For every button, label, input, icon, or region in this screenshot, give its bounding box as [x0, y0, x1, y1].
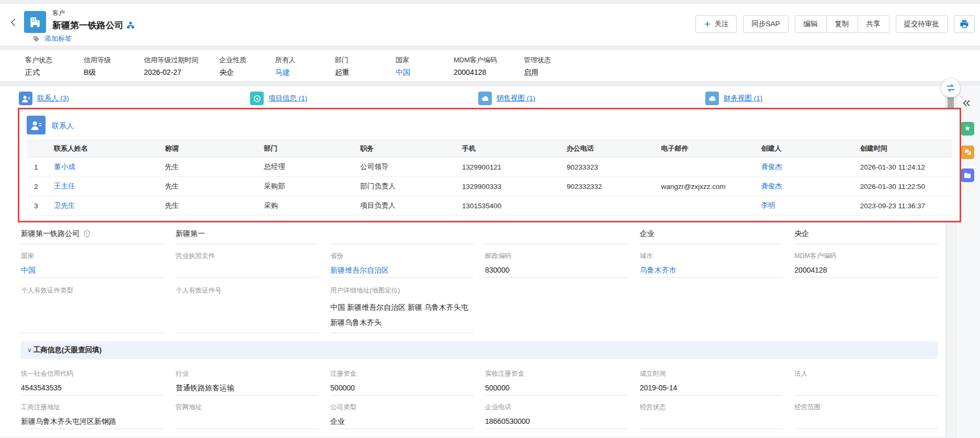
summary-field-country: 国家 中国: [396, 55, 454, 81]
header-actions: 关注 同步SAP 编辑 复制 共享 提交待审批: [695, 15, 975, 33]
field-established-date: 成立时间 2019-05-14: [640, 365, 783, 396]
summary-field-credit-grade: 信用等级 B级: [84, 55, 144, 81]
summary-bar: 客户状态 正式 信用等级 B级 信用等级过期时间 2026-02-27 企业性质…: [0, 49, 980, 82]
add-tag-link[interactable]: 添加标签: [44, 34, 72, 43]
field-business-license: 营业执照文件: [176, 248, 319, 278]
summary-field-mdm-code: MDM客户编码 20004128: [454, 55, 524, 81]
tag-icon: [32, 35, 40, 43]
contact-name-link[interactable]: 卫先生: [51, 196, 162, 216]
summary-field-customer-status: 客户状态 正式: [25, 55, 84, 81]
field-legal-person: 法人: [794, 365, 938, 396]
field-industry: 行业 普通铁路旅客运输: [176, 365, 319, 396]
print-button[interactable]: [954, 15, 975, 33]
page-title: 新疆第一铁路公司: [52, 19, 123, 31]
detail-row-basic: 国家 中国 营业执照文件 省份 新疆维吾尔自治区 邮政编码 830000 城市 …: [21, 248, 938, 278]
edit-button[interactable]: 编辑: [795, 16, 826, 32]
field-province: 省份 新疆维吾尔自治区: [330, 248, 474, 278]
field-postal-code: 邮政编码 830000: [485, 248, 628, 278]
shield-badge-icon: [83, 230, 91, 238]
title-block: 客户 新疆第一铁路公司: [52, 9, 134, 31]
field-country: 国家 中国: [21, 248, 164, 278]
org-chart-icon[interactable]: [127, 21, 134, 29]
field-mdm-code: MDM客户编码 20004128: [794, 248, 938, 278]
field-type-value: 企业: [640, 226, 783, 244]
back-button[interactable]: [8, 17, 20, 29]
field-business-scope: 经营范围: [794, 399, 938, 429]
swap-layout-button[interactable]: [941, 78, 960, 97]
tab-finance-view[interactable]: 财务视图 (1): [705, 92, 762, 105]
field-website: 官网地址: [176, 399, 319, 429]
summary-field-owner: 所有人 马建: [275, 55, 335, 81]
documents-folder-icon[interactable]: [961, 169, 974, 182]
sync-sap-button[interactable]: 同步SAP: [743, 15, 788, 33]
contacts-panel-highlighted: 联系人 联系人姓名 称谓 部门 职务 手机 办公电话 电子邮件 创建人 创建时间…: [18, 108, 961, 222]
plus-icon: [704, 20, 711, 28]
field-empty-value: [330, 226, 474, 244]
creator-link[interactable]: 龚俊杰: [758, 158, 857, 177]
table-row[interactable]: 1 董小成 先生 总经理 公司领导 1329900121 90233323 龚俊…: [27, 158, 952, 177]
field-id-type: 个人有效证件类型: [21, 282, 164, 333]
summary-field-mgmt-status: 管理状态 启用: [524, 55, 587, 81]
target-icon: [250, 92, 264, 105]
submit-approval-button[interactable]: 提交待审批: [896, 15, 948, 33]
customer-building-icon: [24, 11, 46, 33]
field-operating-status: 经营状态: [640, 399, 783, 429]
creator-link[interactable]: 李明: [758, 196, 857, 216]
creator-link[interactable]: 龚俊杰: [758, 177, 857, 196]
chevron-down-icon: ∨: [27, 346, 32, 354]
tab-sales-view[interactable]: 销售视图 (1): [478, 92, 535, 105]
field-registered-capital: 注册资金 500000: [330, 365, 474, 396]
chat-comments-icon[interactable]: [961, 145, 974, 159]
field-nature-value: 央企: [794, 226, 938, 244]
section-title: 工商信息(天眼查回填): [33, 345, 102, 355]
header-bar: 客户 新疆第一铁路公司 添加标签 关注 同步SAP 编辑 复制 共享 提交待审批: [0, 3, 980, 46]
field-empty-value: [485, 226, 628, 244]
detail-row-cert: 个人有效证件类型 个人有效证件号 用户详细地址(地图定位) 中国 新疆维吾尔自治…: [21, 282, 938, 333]
follow-button[interactable]: 关注: [695, 15, 737, 33]
summary-field-enterprise-nature: 企业性质 央企: [219, 55, 275, 81]
contacts-panel-title-link[interactable]: 联系人: [52, 121, 74, 131]
contact-name-link[interactable]: 王主任: [51, 177, 162, 196]
contacts-table: 联系人姓名 称谓 部门 职务 手机 办公电话 电子邮件 创建人 创建时间 1 董…: [27, 140, 952, 216]
cloud-icon: [705, 92, 719, 105]
entity-type-label: 客户: [52, 9, 134, 18]
cloud-icon: [478, 92, 492, 105]
share-button[interactable]: 共享: [858, 16, 889, 32]
printer-icon: [959, 19, 970, 29]
copy-button[interactable]: 复制: [826, 16, 858, 32]
table-row[interactable]: 2 王主任 先生 采购部 部门负责人 1329900333 902332332 …: [27, 177, 952, 196]
contact-name-link[interactable]: 董小成: [51, 158, 162, 177]
field-id-number: 个人有效证件号: [176, 282, 319, 333]
detail-row-names: 新疆第一铁路公司 新疆第一 企业 央企: [21, 226, 938, 244]
field-paid-capital: 实收注册资金 500000: [485, 365, 628, 396]
contact-person-icon: [19, 92, 32, 105]
field-company-type: 公司类型 企业: [330, 399, 474, 429]
table-row[interactable]: 3 卫先生 先生 采购 项目负责人 1301535400 李明 2023-09-…: [27, 196, 952, 216]
business-info-section-header[interactable]: ∨ 工商信息(天眼查回填): [21, 341, 938, 359]
field-credit-code: 统一社会信用代码 4543543535: [21, 365, 164, 396]
customer-detail-page: { "colors": { "link_blue": "#1877d2", "h…: [0, 0, 980, 438]
field-customer-name-value: 新疆第一铁路公司: [21, 226, 164, 244]
business-row-2: 工商注册地址 新疆乌鲁木齐头屯河区新钢路 官网地址 公司类型 企业 企业电话 1…: [21, 399, 938, 429]
summary-field-department: 部门 起重: [335, 55, 396, 81]
tab-contacts[interactable]: 联系人 (3): [19, 92, 69, 105]
field-company-phone: 企业电话 18660530000: [485, 399, 628, 429]
field-short-name-value: 新疆第一: [176, 226, 319, 244]
summary-field-credit-expiry: 信用等级过期时间 2026-02-27: [144, 55, 219, 81]
field-city: 城市 乌鲁木齐市: [640, 248, 783, 278]
favorites-star-icon[interactable]: [961, 122, 974, 136]
contacts-table-header: 联系人姓名 称谓 部门 职务 手机 办公电话 电子邮件 创建人 创建时间: [27, 140, 952, 158]
business-row-1: 统一社会信用代码 4543543535 行业 普通铁路旅客运输 注册资金 500…: [21, 365, 938, 396]
tab-project-info[interactable]: 项目信息 (1): [250, 92, 307, 105]
field-registered-address: 工商注册地址 新疆乌鲁木齐头屯河区新钢路: [21, 399, 164, 429]
edit-copy-share-group: 编辑 复制 共享: [795, 15, 889, 33]
collapse-panel-icon[interactable]: [962, 98, 971, 110]
contact-person-icon: [27, 116, 46, 134]
field-detailed-address: 用户详细地址(地图定位) 中国 新疆维吾尔自治区 新疆 乌鲁木齐头屯新疆乌鲁木齐…: [330, 282, 474, 333]
